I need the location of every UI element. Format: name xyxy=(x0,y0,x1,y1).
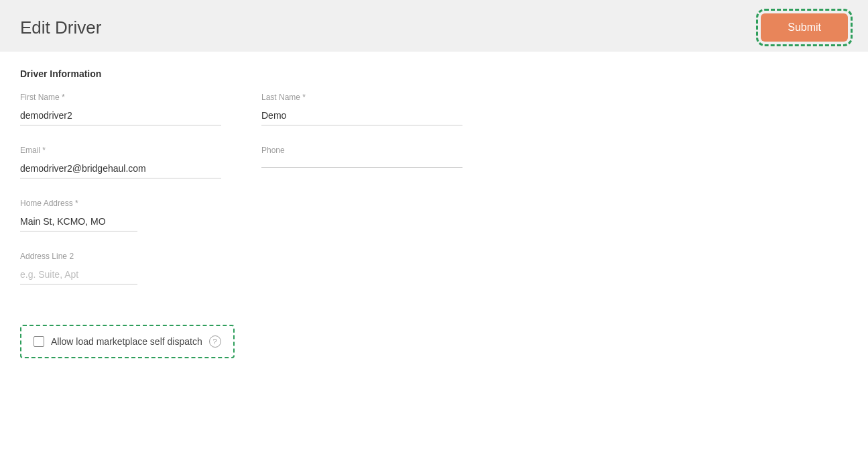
address2-label: Address Line 2 xyxy=(20,252,137,261)
name-row: First Name * Last Name * xyxy=(20,93,848,125)
submit-button[interactable]: Submit xyxy=(761,13,848,42)
last-name-input[interactable] xyxy=(261,107,462,125)
last-name-group: Last Name * xyxy=(261,93,462,125)
home-address-group: Home Address * xyxy=(20,199,137,231)
address2-input[interactable] xyxy=(20,266,137,284)
self-dispatch-checkbox[interactable] xyxy=(34,336,44,347)
content-area: Driver Information First Name * Last Nam… xyxy=(0,52,868,471)
email-group: Email * xyxy=(20,146,221,178)
first-name-input[interactable] xyxy=(20,107,221,125)
header-bar: Edit Driver Submit xyxy=(0,0,868,52)
section-title: Driver Information xyxy=(20,68,848,79)
first-name-group: First Name * xyxy=(20,93,221,125)
email-input[interactable] xyxy=(20,160,221,178)
address2-row: Address Line 2 xyxy=(20,252,848,284)
home-address-input[interactable] xyxy=(20,213,137,231)
first-name-label: First Name * xyxy=(20,93,221,102)
home-address-label: Home Address * xyxy=(20,199,137,208)
phone-line xyxy=(261,160,462,168)
address2-group: Address Line 2 xyxy=(20,252,137,284)
email-label: Email * xyxy=(20,146,221,155)
phone-label: Phone xyxy=(261,146,462,155)
home-address-row: Home Address * xyxy=(20,199,848,231)
help-icon[interactable]: ? xyxy=(209,335,221,348)
checkbox-area: Allow load marketplace self dispatch ? xyxy=(20,325,235,358)
email-phone-row: Email * Phone xyxy=(20,146,848,178)
page-title: Edit Driver xyxy=(20,17,101,38)
checkbox-label: Allow load marketplace self dispatch xyxy=(51,336,202,347)
phone-group: Phone xyxy=(261,146,462,178)
last-name-label: Last Name * xyxy=(261,93,462,102)
